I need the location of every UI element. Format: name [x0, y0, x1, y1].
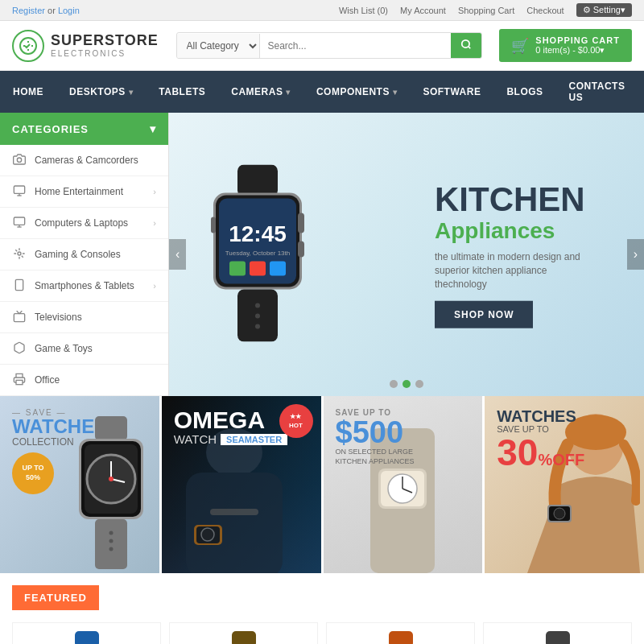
- banner-description: the ultimate in modern design and superi…: [435, 250, 596, 291]
- myaccount-link[interactable]: My Account: [400, 6, 446, 15]
- banner-title: KITCHEN: [435, 181, 596, 218]
- nav-deals[interactable]: DEALS: [638, 76, 644, 107]
- slider-prev[interactable]: ‹: [169, 239, 186, 270]
- product-card-2[interactable]: [169, 622, 318, 644]
- dot-1[interactable]: [390, 380, 398, 388]
- svg-point-1: [461, 40, 469, 47]
- svg-rect-105: [546, 631, 570, 644]
- promo-watches-30[interactable]: WATCHES SAVE UP TO 30 %OFF: [482, 396, 644, 573]
- nav-components[interactable]: COMPONENTS ▾: [303, 76, 411, 107]
- smartphones-icon: [12, 279, 27, 293]
- promo-save-500[interactable]: SAVE UP TO $500 ON SELECTED LARGE KITCHE…: [321, 396, 483, 573]
- sidebar-item-televisions[interactable]: Televisions: [0, 302, 168, 333]
- wishlist-link[interactable]: Wish List (0): [339, 6, 388, 15]
- logo-text: SUPERSTORE ELECTRONICS: [51, 32, 159, 60]
- search-button[interactable]: [451, 33, 481, 58]
- product-card-3[interactable]: [326, 622, 475, 644]
- nav-blogs[interactable]: BLOGS: [493, 76, 555, 107]
- promo3-amount: $500: [336, 417, 424, 448]
- logo-icon: [12, 30, 44, 62]
- slider-next[interactable]: ›: [627, 239, 644, 270]
- svg-point-10: [18, 252, 21, 255]
- checkout-link[interactable]: Checkout: [526, 6, 564, 15]
- product-card-4[interactable]: [483, 622, 632, 644]
- svg-rect-4: [14, 186, 24, 193]
- nav-software[interactable]: SOFTWARE: [410, 76, 493, 107]
- sidebar-item-cameras[interactable]: Cameras & Camcorders: [0, 145, 168, 176]
- svg-point-38: [109, 477, 114, 481]
- banner-content: KITCHEN Appliances the ultimate in moder…: [435, 181, 596, 328]
- product-img-2: [178, 631, 309, 644]
- promo2-watch-label: WATCH SEAMASTER: [174, 432, 287, 446]
- sidebar-item-computers[interactable]: Computers & Laptops ›: [0, 208, 168, 239]
- sidebar-title: CATEGORIES ▾: [0, 113, 168, 145]
- smartphones-arrow: ›: [153, 281, 156, 291]
- product-img-3: [335, 631, 466, 644]
- svg-point-40: [109, 531, 113, 535]
- nav-home[interactable]: HOME: [0, 76, 56, 107]
- svg-rect-44: [186, 473, 283, 573]
- svg-rect-60: [75, 631, 99, 644]
- promo-watches-collection[interactable]: — SAVE — WATCHES COLLECTION UP TO50%: [0, 396, 159, 573]
- svg-point-28: [255, 303, 260, 308]
- cart-label: SHOPPING CART: [535, 35, 620, 45]
- shoppingcart-link[interactable]: Shopping Cart: [458, 6, 514, 15]
- sidebar-item-gaming[interactable]: Gaming & Consoles: [0, 239, 168, 270]
- product-card-1[interactable]: [12, 622, 161, 644]
- sidebar-item-smartphones[interactable]: Smartphones & Tablets ›: [0, 270, 168, 302]
- office-icon: [12, 373, 27, 387]
- brand-sub: ELECTRONICS: [51, 49, 159, 59]
- settings-button[interactable]: ⚙ Setting▾: [576, 3, 632, 17]
- entertainment-arrow: ›: [153, 187, 156, 196]
- search-input[interactable]: [260, 35, 451, 57]
- nav-tablets[interactable]: TABLETS: [146, 76, 218, 107]
- svg-point-41: [109, 539, 113, 543]
- promo-omega[interactable]: OMEGA WATCH SEAMASTER ★★HOT: [159, 396, 321, 573]
- cart-count: 0 item(s) - $0.00▾: [535, 45, 620, 56]
- top-bar: Register or Login Wish List (0) My Accou…: [0, 0, 644, 21]
- category-select[interactable]: All Category: [177, 34, 260, 58]
- featured-products: [0, 622, 644, 644]
- brand-name: SUPERSTORE: [51, 32, 159, 50]
- televisions-label: Televisions: [35, 312, 82, 323]
- product-img-4: [492, 631, 623, 644]
- nav-desktops[interactable]: DESKTOPS ▾: [56, 76, 146, 107]
- sidebar-toggle[interactable]: ▾: [150, 122, 156, 135]
- svg-rect-26: [211, 217, 216, 233]
- logo[interactable]: SUPERSTORE ELECTRONICS: [12, 30, 159, 62]
- promo2-text: OMEGA WATCH SEAMASTER: [174, 408, 287, 446]
- promo4-watches: WATCHES: [497, 408, 584, 424]
- promo1-badge: UP TO50%: [12, 452, 54, 494]
- nav-cameras[interactable]: CAMERAS ▾: [218, 76, 303, 107]
- promo3-text: SAVE UP TO $500 ON SELECTED LARGE KITCHE…: [336, 408, 424, 466]
- cart-button[interactable]: 🛒 SHOPPING CART 0 item(s) - $0.00▾: [499, 29, 632, 62]
- promo2-badge: ★★HOT: [279, 404, 313, 438]
- shop-now-button[interactable]: SHOP NOW: [435, 300, 533, 328]
- smartwatch-svg: 12:45 Tuesday, October 13th: [193, 165, 322, 342]
- sidebar-item-games[interactable]: Game & Toys: [0, 333, 168, 365]
- sidebar-item-office[interactable]: Office: [0, 365, 168, 396]
- tv-icon: [12, 310, 27, 324]
- sidebar-item-entertainment[interactable]: Home Entertainment ›: [0, 176, 168, 208]
- svg-rect-25: [298, 242, 304, 258]
- dot-2[interactable]: [402, 380, 411, 388]
- banner-watch: 12:45 Tuesday, October 13th: [193, 165, 322, 345]
- login-link[interactable]: Login: [58, 6, 80, 15]
- svg-rect-45: [210, 509, 258, 515]
- computers-label: Computers & Laptops: [35, 217, 128, 229]
- svg-line-2: [468, 47, 470, 49]
- product-img-1: [21, 631, 152, 644]
- cameras-icon: [12, 153, 27, 167]
- svg-point-59: [554, 508, 565, 519]
- gaming-icon: [12, 247, 27, 262]
- entertainment-icon: [12, 184, 27, 199]
- dot-3[interactable]: [415, 380, 423, 388]
- categories-label: CATEGORIES: [12, 123, 89, 135]
- nav-contacts[interactable]: CONTACTS US: [556, 71, 638, 113]
- watch-blue-svg: [51, 631, 123, 644]
- register-link[interactable]: Register: [12, 6, 45, 15]
- cart-info: SHOPPING CART 0 item(s) - $0.00▾: [535, 35, 620, 56]
- svg-point-42: [109, 547, 113, 551]
- svg-rect-24: [298, 213, 304, 233]
- cart-icon: 🛒: [511, 37, 529, 55]
